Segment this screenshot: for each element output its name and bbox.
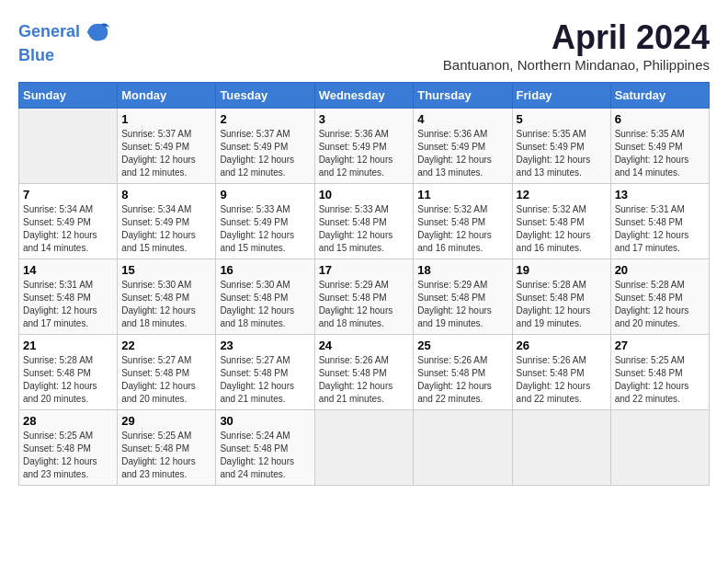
calendar-cell: 6Sunrise: 5:35 AM Sunset: 5:49 PM Daylig… <box>610 109 709 184</box>
calendar-cell: 18Sunrise: 5:29 AM Sunset: 5:48 PM Dayli… <box>414 259 512 335</box>
calendar-cell: 10Sunrise: 5:33 AM Sunset: 5:48 PM Dayli… <box>314 184 414 259</box>
day-number: 6 <box>615 112 705 126</box>
calendar-cell: 30Sunrise: 5:24 AM Sunset: 5:48 PM Dayli… <box>216 410 314 486</box>
calendar-cell: 26Sunrise: 5:26 AM Sunset: 5:48 PM Dayli… <box>512 335 610 410</box>
day-info: Sunrise: 5:30 AM Sunset: 5:48 PM Dayligh… <box>220 279 310 330</box>
logo-icon <box>84 18 111 46</box>
day-number: 11 <box>417 188 507 201</box>
calendar-cell: 19Sunrise: 5:28 AM Sunset: 5:48 PM Dayli… <box>512 259 610 335</box>
calendar-cell: 25Sunrise: 5:26 AM Sunset: 5:48 PM Dayli… <box>414 335 512 410</box>
day-info: Sunrise: 5:35 AM Sunset: 5:49 PM Dayligh… <box>615 128 705 179</box>
subtitle: Bantuanon, Northern Mindanao, Philippine… <box>443 57 710 73</box>
day-info: Sunrise: 5:25 AM Sunset: 5:48 PM Dayligh… <box>23 430 113 481</box>
day-number: 26 <box>517 339 607 352</box>
day-info: Sunrise: 5:33 AM Sunset: 5:49 PM Dayligh… <box>220 203 310 255</box>
calendar-cell: 2Sunrise: 5:37 AM Sunset: 5:49 PM Daylig… <box>216 109 314 184</box>
day-number: 17 <box>319 263 410 277</box>
header-day-tuesday: Tuesday <box>216 83 314 109</box>
calendar-cell: 23Sunrise: 5:27 AM Sunset: 5:48 PM Dayli… <box>216 335 314 410</box>
calendar-cell <box>610 410 709 486</box>
day-info: Sunrise: 5:32 AM Sunset: 5:48 PM Dayligh… <box>417 203 507 255</box>
logo: General Blue <box>18 18 111 66</box>
calendar-cell: 17Sunrise: 5:29 AM Sunset: 5:48 PM Dayli… <box>314 259 414 335</box>
day-info: Sunrise: 5:32 AM Sunset: 5:48 PM Dayligh… <box>517 203 607 255</box>
day-number: 4 <box>417 112 507 126</box>
day-info: Sunrise: 5:37 AM Sunset: 5:49 PM Dayligh… <box>220 128 310 179</box>
day-info: Sunrise: 5:36 AM Sunset: 5:49 PM Dayligh… <box>417 128 507 179</box>
calendar-cell <box>19 109 118 184</box>
day-info: Sunrise: 5:29 AM Sunset: 5:48 PM Dayligh… <box>319 279 410 330</box>
day-number: 12 <box>517 188 607 201</box>
logo-general: General <box>18 22 80 40</box>
day-info: Sunrise: 5:30 AM Sunset: 5:48 PM Dayligh… <box>121 279 211 330</box>
day-number: 20 <box>615 263 705 277</box>
day-number: 5 <box>517 112 607 126</box>
day-number: 28 <box>23 414 113 428</box>
day-info: Sunrise: 5:28 AM Sunset: 5:48 PM Dayligh… <box>517 279 607 330</box>
day-info: Sunrise: 5:31 AM Sunset: 5:48 PM Dayligh… <box>615 203 705 255</box>
header-day-wednesday: Wednesday <box>314 83 414 109</box>
calendar-cell: 13Sunrise: 5:31 AM Sunset: 5:48 PM Dayli… <box>610 184 709 259</box>
header-day-sunday: Sunday <box>19 83 118 109</box>
day-info: Sunrise: 5:26 AM Sunset: 5:48 PM Dayligh… <box>319 354 410 406</box>
calendar-cell: 22Sunrise: 5:27 AM Sunset: 5:48 PM Dayli… <box>118 335 216 410</box>
calendar-cell: 8Sunrise: 5:34 AM Sunset: 5:49 PM Daylig… <box>118 184 216 259</box>
calendar-cell: 14Sunrise: 5:31 AM Sunset: 5:48 PM Dayli… <box>19 259 118 335</box>
day-number: 19 <box>517 263 607 277</box>
calendar-cell: 20Sunrise: 5:28 AM Sunset: 5:48 PM Dayli… <box>610 259 709 335</box>
header: General Blue April 2024 Bantuanon, North… <box>18 18 710 73</box>
calendar-cell: 29Sunrise: 5:25 AM Sunset: 5:48 PM Dayli… <box>118 410 216 486</box>
calendar-cell: 3Sunrise: 5:36 AM Sunset: 5:49 PM Daylig… <box>314 109 414 184</box>
calendar-cell: 15Sunrise: 5:30 AM Sunset: 5:48 PM Dayli… <box>118 259 216 335</box>
calendar-week-row: 21Sunrise: 5:28 AM Sunset: 5:48 PM Dayli… <box>19 335 710 410</box>
day-number: 8 <box>121 188 211 201</box>
calendar-week-row: 1Sunrise: 5:37 AM Sunset: 5:49 PM Daylig… <box>19 109 710 184</box>
day-number: 29 <box>121 414 211 428</box>
calendar-cell <box>512 410 610 486</box>
day-info: Sunrise: 5:28 AM Sunset: 5:48 PM Dayligh… <box>615 279 705 330</box>
main-title: April 2024 <box>443 18 710 57</box>
day-number: 30 <box>220 414 310 428</box>
calendar-cell: 11Sunrise: 5:32 AM Sunset: 5:48 PM Dayli… <box>414 184 512 259</box>
day-info: Sunrise: 5:25 AM Sunset: 5:48 PM Dayligh… <box>615 354 705 406</box>
logo-blue: Blue <box>18 46 111 66</box>
calendar-cell: 7Sunrise: 5:34 AM Sunset: 5:49 PM Daylig… <box>19 184 118 259</box>
calendar-cell: 1Sunrise: 5:37 AM Sunset: 5:49 PM Daylig… <box>118 109 216 184</box>
header-day-thursday: Thursday <box>414 83 512 109</box>
header-day-saturday: Saturday <box>610 83 709 109</box>
day-info: Sunrise: 5:37 AM Sunset: 5:49 PM Dayligh… <box>121 128 211 179</box>
day-number: 1 <box>121 112 211 126</box>
day-number: 7 <box>23 188 113 201</box>
calendar-cell: 21Sunrise: 5:28 AM Sunset: 5:48 PM Dayli… <box>19 335 118 410</box>
day-info: Sunrise: 5:33 AM Sunset: 5:48 PM Dayligh… <box>319 203 410 255</box>
day-info: Sunrise: 5:24 AM Sunset: 5:48 PM Dayligh… <box>220 430 310 481</box>
day-number: 21 <box>23 339 113 352</box>
day-info: Sunrise: 5:27 AM Sunset: 5:48 PM Dayligh… <box>121 354 211 406</box>
day-info: Sunrise: 5:26 AM Sunset: 5:48 PM Dayligh… <box>417 354 507 406</box>
calendar-cell: 12Sunrise: 5:32 AM Sunset: 5:48 PM Dayli… <box>512 184 610 259</box>
day-number: 27 <box>615 339 705 352</box>
day-number: 24 <box>319 339 410 352</box>
calendar-cell: 5Sunrise: 5:35 AM Sunset: 5:49 PM Daylig… <box>512 109 610 184</box>
day-number: 13 <box>615 188 705 201</box>
calendar-week-row: 14Sunrise: 5:31 AM Sunset: 5:48 PM Dayli… <box>19 259 710 335</box>
day-info: Sunrise: 5:27 AM Sunset: 5:48 PM Dayligh… <box>220 354 310 406</box>
day-number: 16 <box>220 263 310 277</box>
logo-text: General <box>18 22 80 42</box>
calendar-cell: 27Sunrise: 5:25 AM Sunset: 5:48 PM Dayli… <box>610 335 709 410</box>
calendar-week-row: 28Sunrise: 5:25 AM Sunset: 5:48 PM Dayli… <box>19 410 710 486</box>
day-info: Sunrise: 5:35 AM Sunset: 5:49 PM Dayligh… <box>517 128 607 179</box>
day-number: 10 <box>319 188 410 201</box>
day-number: 2 <box>220 112 310 126</box>
calendar-cell: 24Sunrise: 5:26 AM Sunset: 5:48 PM Dayli… <box>314 335 414 410</box>
calendar-header-row: SundayMondayTuesdayWednesdayThursdayFrid… <box>19 83 710 109</box>
day-info: Sunrise: 5:31 AM Sunset: 5:48 PM Dayligh… <box>23 279 113 330</box>
calendar-cell: 28Sunrise: 5:25 AM Sunset: 5:48 PM Dayli… <box>19 410 118 486</box>
header-day-friday: Friday <box>512 83 610 109</box>
day-info: Sunrise: 5:25 AM Sunset: 5:48 PM Dayligh… <box>121 430 211 481</box>
day-info: Sunrise: 5:36 AM Sunset: 5:49 PM Dayligh… <box>319 128 410 179</box>
day-info: Sunrise: 5:34 AM Sunset: 5:49 PM Dayligh… <box>23 203 113 255</box>
day-number: 22 <box>121 339 211 352</box>
header-day-monday: Monday <box>118 83 216 109</box>
calendar-week-row: 7Sunrise: 5:34 AM Sunset: 5:49 PM Daylig… <box>19 184 710 259</box>
